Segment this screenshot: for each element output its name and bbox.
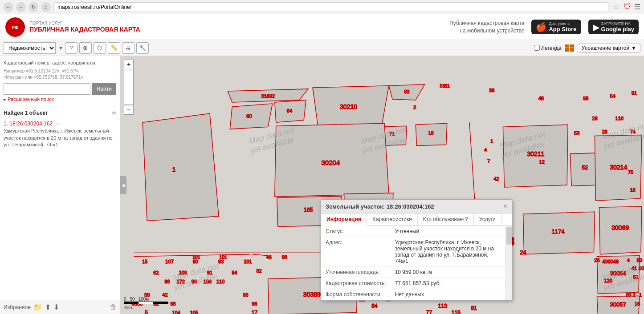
svg-text:2: 2 xyxy=(413,105,416,110)
svg-text:42: 42 xyxy=(493,176,499,181)
popup-header: Земельный участок: 18:26:030204:162 × xyxy=(321,200,512,213)
legend-checkbox[interactable] xyxy=(534,45,540,51)
svg-text:52: 52 xyxy=(582,165,588,171)
zoom-in-button[interactable]: + xyxy=(124,60,134,69)
tab-characteristics[interactable]: Характеристики xyxy=(367,213,418,225)
draw-poly-button[interactable]: ⬡ xyxy=(94,42,106,54)
result-description: Удмуртская Республика, г. Ижевск, земель… xyxy=(4,128,116,148)
toolbar: Недвижимость ▼ ? ⊕ ⬡ 📏 🖨 🔧 Легенда Управ… xyxy=(0,40,644,56)
tab-who-serves[interactable]: Кто обслуживает? xyxy=(418,213,474,225)
table-row: Уточненная площадь: 10 959.00 кв. м xyxy=(321,267,505,278)
result-number: 1. xyxy=(4,121,8,127)
zoom-out-button[interactable]: − xyxy=(124,105,134,115)
print-button[interactable]: 🖨 xyxy=(122,42,135,54)
field-value: Нет данных xyxy=(391,289,505,300)
svg-text:18: 18 xyxy=(428,130,433,136)
table-row: Кадастровая стоимость: 77 651 857.53 руб… xyxy=(321,278,505,289)
info-popup: Земельный участок: 18:26:030204:162 × Ин… xyxy=(321,199,512,301)
header-right: Публичная кадастровая карта на мобильном… xyxy=(449,20,639,35)
svg-text:4: 4 xyxy=(484,147,487,153)
svg-text:46: 46 xyxy=(266,254,272,260)
field-label: Кадастровая стоимость: xyxy=(321,278,391,289)
search-input[interactable] xyxy=(4,83,90,95)
draw-point-button[interactable]: ⊕ xyxy=(79,42,92,54)
svg-text:30204: 30204 xyxy=(321,159,340,166)
sidebar-bottom: Избранное 📁 ⬆ ⬇ 🗑 xyxy=(0,300,120,314)
svg-text:16: 16 xyxy=(635,301,640,306)
svg-text:31692: 31692 xyxy=(261,93,275,99)
add-favorites-icon[interactable]: 📁 xyxy=(33,303,42,311)
dropdown-arrow-icon: ▼ xyxy=(58,45,63,51)
menu-icon[interactable]: ☰ xyxy=(634,3,640,11)
tab-info[interactable]: Информация xyxy=(321,213,367,226)
svg-text:115: 115 xyxy=(452,310,461,314)
property-type-select[interactable]: Недвижимость xyxy=(4,42,56,54)
map-area[interactable]: 1 31692 87 60 64 30210 39 2 xyxy=(120,56,644,314)
svg-text:30 2: 30 2 xyxy=(626,292,636,298)
found-star-icon[interactable]: ☆ xyxy=(111,110,116,116)
svg-text:81: 81 xyxy=(471,305,477,311)
chevron-down-icon: ▼ xyxy=(631,45,636,51)
svg-text:96: 96 xyxy=(164,279,170,284)
field-value: 10 959.00 кв. м xyxy=(391,267,505,278)
svg-text:7: 7 xyxy=(487,158,490,164)
measure-button[interactable]: 📏 xyxy=(108,42,120,54)
popup-title: Земельный участок: 18:26:030204:162 xyxy=(326,203,434,210)
url-bar[interactable] xyxy=(53,2,608,12)
result-item: 1. 18:26:030204:162 ☆ Удмуртская Республ… xyxy=(4,119,116,150)
help-button[interactable]: ? xyxy=(65,42,77,54)
field-value: Учтенный xyxy=(391,226,505,237)
refresh-button[interactable]: ↻ xyxy=(29,2,38,12)
svg-text:1: 1 xyxy=(490,138,493,144)
play-icon: ▶ xyxy=(593,22,599,32)
svg-text:104: 104 xyxy=(172,310,180,314)
result-link[interactable]: 18:26:030204:162 xyxy=(9,121,53,127)
svg-text:1: 1 xyxy=(172,166,176,173)
svg-text:81: 81 xyxy=(444,83,450,89)
settings-button[interactable]: 🔧 xyxy=(136,42,149,54)
svg-text:30069: 30069 xyxy=(611,224,629,231)
svg-text:64: 64 xyxy=(287,108,292,113)
apple-icon: 🍎 xyxy=(536,22,547,32)
svg-text:26: 26 xyxy=(594,258,599,263)
home-button[interactable]: ⌂ xyxy=(41,2,51,12)
result-star-icon[interactable]: ☆ xyxy=(56,121,61,127)
tab-services[interactable]: Услуги xyxy=(474,213,501,225)
svg-text:26: 26 xyxy=(592,116,597,121)
bookmark-icon[interactable]: ☆ xyxy=(613,3,619,11)
svg-text:62: 62 xyxy=(153,270,159,275)
svg-text:98: 98 xyxy=(252,301,257,306)
field-label: Статус: xyxy=(321,226,391,237)
advanced-search-link[interactable]: ▸ Расширенный поиск xyxy=(4,97,116,102)
forward-button[interactable]: → xyxy=(16,2,26,12)
svg-text:15: 15 xyxy=(142,259,147,264)
sidebar-collapse-button[interactable]: ◀ xyxy=(120,176,126,194)
portal-subtitle: ПОРТАЛ УСЛУГ xyxy=(29,21,140,26)
toolbar-right: Легенда Управление картой ▼ xyxy=(534,44,640,52)
svg-text:98: 98 xyxy=(583,96,588,101)
svg-text:101: 101 xyxy=(220,255,227,260)
popup-scrollbar[interactable] xyxy=(505,226,512,300)
svg-text:430049: 430049 xyxy=(602,259,619,264)
popup-table: Статус: Учтенный Адрес: Удмуртская Респу… xyxy=(321,226,505,300)
scale-bar xyxy=(124,302,168,304)
svg-text:165: 165 xyxy=(304,207,313,213)
mobile-text: Публичная кадастровая карта на мобильном… xyxy=(449,20,524,35)
manage-map-button[interactable]: Управление картой ▼ xyxy=(578,44,640,52)
legend-checkbox-label[interactable]: Легенда xyxy=(534,45,562,51)
appstore-badge[interactable]: 🍎 Доступно в App Store xyxy=(531,20,581,34)
svg-text:107: 107 xyxy=(165,259,173,264)
svg-text:РФ: РФ xyxy=(12,25,19,30)
back-button[interactable]: ← xyxy=(4,2,13,12)
svg-text:91: 91 xyxy=(632,90,637,96)
kaspersky-icon: 🛡 xyxy=(624,2,632,12)
svg-text:24: 24 xyxy=(520,249,526,256)
googleplay-badge[interactable]: ▶ ЗАГРУЗИТЕ НА Google play xyxy=(588,20,639,34)
svg-text:54: 54 xyxy=(610,93,615,99)
map-scale-bar: 0 50 100м 4561 xyxy=(124,297,168,310)
search-button[interactable]: Найти xyxy=(92,83,116,95)
popup-close-button[interactable]: × xyxy=(503,202,507,210)
trash-icon[interactable]: 🗑 xyxy=(110,303,117,311)
export-icon[interactable]: ⬇ xyxy=(53,303,59,311)
import-icon[interactable]: ⬆ xyxy=(45,303,51,311)
